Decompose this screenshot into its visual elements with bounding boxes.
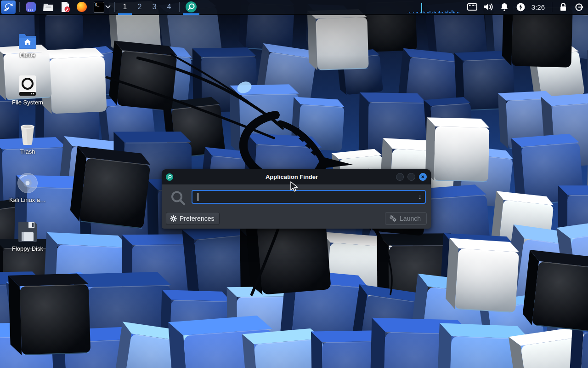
application-finder-icon bbox=[166, 173, 173, 181]
panel-status-area: 3:26 bbox=[407, 1, 588, 13]
close-icon: ✕ bbox=[421, 175, 424, 179]
logout-button[interactable] bbox=[573, 1, 585, 13]
trash-icon bbox=[18, 123, 37, 145]
cpu-graph[interactable] bbox=[407, 1, 460, 13]
terminal-icon: $_ bbox=[94, 2, 104, 12]
workspace-label: 4 bbox=[167, 3, 171, 11]
close-button[interactable]: ✕ bbox=[419, 173, 427, 181]
volume-icon bbox=[483, 2, 493, 12]
terminal-dropdown-button[interactable] bbox=[104, 5, 112, 9]
active-workspace-underline bbox=[118, 13, 132, 15]
lock-icon bbox=[559, 2, 568, 12]
panel-separator bbox=[552, 2, 552, 12]
gear-icon bbox=[170, 215, 177, 222]
dropdown-arrow-icon: ↓ bbox=[418, 192, 422, 200]
volume-plugin[interactable] bbox=[482, 1, 495, 13]
window-icon: ••• bbox=[26, 2, 36, 12]
harddrive-icon bbox=[19, 75, 36, 96]
power-manager-plugin[interactable] bbox=[514, 1, 527, 13]
workspace-label: 2 bbox=[138, 3, 142, 11]
network-icon bbox=[467, 2, 478, 12]
cd-disc-icon bbox=[17, 172, 38, 194]
workspace-3[interactable]: 3 bbox=[147, 0, 162, 15]
run-gears-icon bbox=[390, 215, 397, 222]
launcher-file-manager[interactable] bbox=[43, 1, 54, 12]
text-caret bbox=[198, 193, 198, 201]
text-editor-icon bbox=[61, 1, 71, 12]
desktop-icon-label: File System bbox=[6, 99, 50, 106]
maximize-button[interactable] bbox=[407, 173, 415, 181]
desktop-icon-trash[interactable]: Trash bbox=[6, 122, 50, 155]
firefox-icon bbox=[77, 2, 87, 12]
launcher-desktop[interactable]: ••• bbox=[25, 1, 36, 12]
lock-screen-button[interactable] bbox=[557, 1, 569, 13]
launch-button[interactable]: Launch bbox=[385, 212, 427, 225]
application-finder-icon bbox=[185, 1, 197, 13]
search-input[interactable] bbox=[192, 190, 426, 204]
desktop-icon-label: Trash bbox=[6, 148, 50, 155]
launch-label: Launch bbox=[400, 215, 421, 222]
preferences-button[interactable]: Preferences bbox=[166, 212, 220, 225]
home-folder-icon bbox=[18, 33, 37, 49]
file-manager-icon bbox=[43, 2, 54, 12]
launcher-text-editor[interactable] bbox=[60, 1, 71, 12]
workspace-1[interactable]: 1 bbox=[118, 0, 132, 15]
desktop-icon-floppy-disk[interactable]: Floppy Disk bbox=[6, 219, 50, 252]
mouse-cursor bbox=[290, 181, 300, 193]
search-icon bbox=[169, 190, 187, 208]
power-icon bbox=[516, 2, 526, 12]
application-finder-window: Application Finder ✕ ↓ Prefer bbox=[162, 169, 431, 229]
panel-separator bbox=[19, 2, 20, 12]
top-panel: ••• $_ 1 2 3 4 bbox=[0, 0, 588, 15]
clock[interactable]: 3:26 bbox=[531, 3, 545, 11]
workspace-label: 3 bbox=[153, 3, 157, 11]
notifications-bell-icon bbox=[500, 2, 509, 12]
kali-menu-button[interactable] bbox=[1, 0, 16, 14]
desktop-icon-label: Floppy Disk bbox=[6, 245, 50, 252]
desktop-icon-label: Kali Linux a… bbox=[6, 196, 50, 203]
desktop-icon-label: Home bbox=[6, 52, 50, 58]
launcher-firefox[interactable] bbox=[76, 1, 87, 12]
desktop-icon-kali-linux[interactable]: Kali Linux a… bbox=[6, 171, 50, 203]
kali-dragon-icon bbox=[3, 1, 14, 12]
panel-separator bbox=[179, 2, 180, 12]
taskbar-application-finder[interactable] bbox=[182, 0, 200, 15]
chevron-down-icon bbox=[105, 5, 111, 9]
floppy-disk-icon bbox=[18, 221, 37, 242]
desktop-icon-file-system[interactable]: File System bbox=[6, 73, 50, 106]
workspace-4[interactable]: 4 bbox=[162, 0, 176, 15]
panel-separator bbox=[114, 2, 115, 12]
preferences-label: Preferences bbox=[180, 215, 214, 222]
minimize-button[interactable] bbox=[396, 173, 404, 181]
workspace-2[interactable]: 2 bbox=[132, 0, 147, 15]
notifications-plugin[interactable] bbox=[498, 1, 511, 13]
launcher-terminal[interactable]: $_ bbox=[93, 1, 104, 12]
logout-icon bbox=[574, 2, 584, 12]
window-title: Application Finder bbox=[189, 173, 394, 180]
workspace-label: 1 bbox=[123, 3, 127, 11]
network-plugin[interactable] bbox=[466, 1, 479, 13]
active-task-underline bbox=[183, 13, 199, 15]
desktop-icon-home[interactable]: Home bbox=[6, 26, 50, 58]
